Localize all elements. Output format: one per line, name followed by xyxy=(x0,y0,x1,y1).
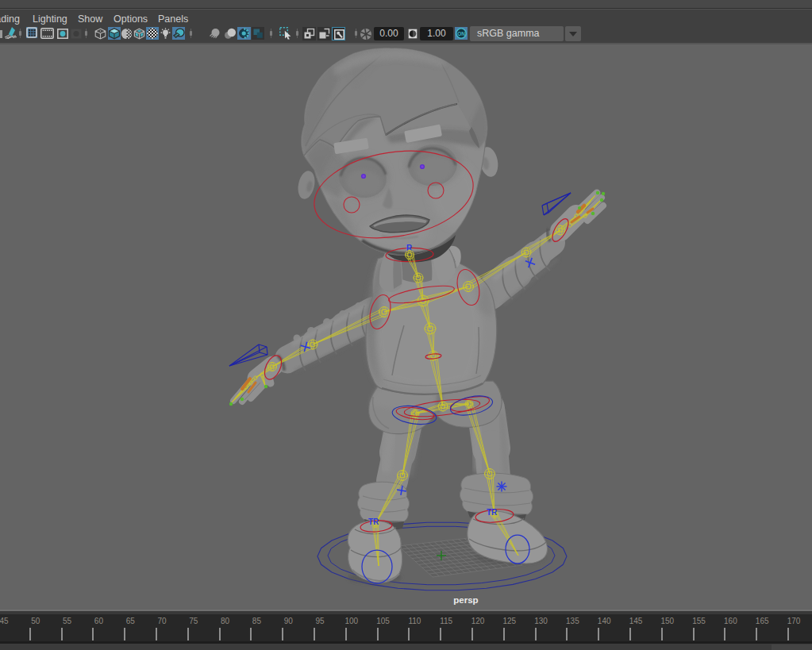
svg-text:ON: ON xyxy=(457,30,465,36)
svg-text:TR: TR xyxy=(368,517,379,526)
svg-text:TR: TR xyxy=(487,508,498,517)
